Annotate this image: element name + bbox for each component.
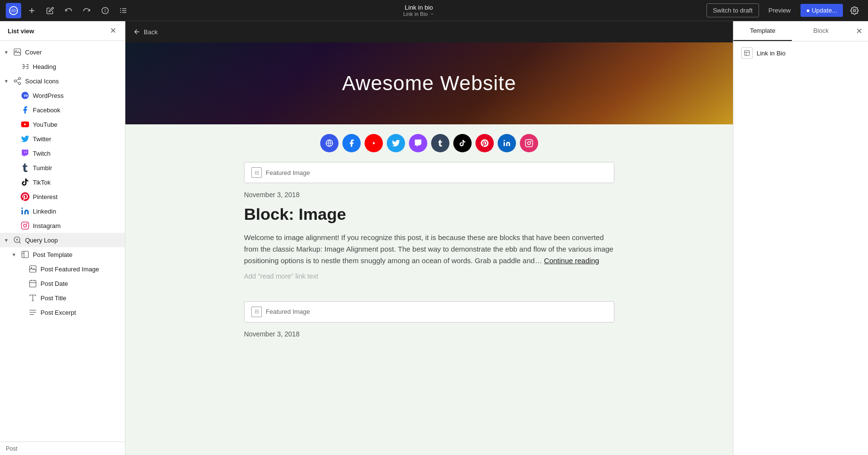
status-bar: Post xyxy=(0,442,125,455)
tree-item-query-loop[interactable]: ▼ Query Loop xyxy=(0,233,125,247)
svg-point-26 xyxy=(27,224,27,224)
tree-item-tiktok[interactable]: ▶ TikTok xyxy=(0,175,125,189)
social-icons-block-icon xyxy=(13,76,22,86)
tree-label-query-loop: Query Loop xyxy=(25,237,121,244)
tree-label-twitch: Twitch xyxy=(33,150,121,157)
social-wp[interactable] xyxy=(320,134,339,152)
social-yt[interactable] xyxy=(365,134,383,152)
preview-button[interactable]: Preview xyxy=(763,4,797,17)
tree-label-post-title: Post Title xyxy=(41,294,121,302)
featured-image-icon-2: ⊟ xyxy=(251,307,262,317)
social-tumblr[interactable] xyxy=(431,134,449,152)
tree-item-tumblr[interactable]: ▶ Tumblr xyxy=(0,161,125,175)
yt-social-icon xyxy=(20,120,30,129)
tree-item-youtube[interactable]: ▶ YouTube xyxy=(0,117,125,132)
social-tw[interactable] xyxy=(387,134,405,152)
undo-button[interactable] xyxy=(61,3,76,18)
tumblr-social-icon xyxy=(20,163,30,173)
breadcrumb-icon xyxy=(741,47,753,59)
panel-right: Template Block ✕ Link in Bio xyxy=(733,21,868,455)
tree-label-tumblr: Tumblr xyxy=(33,164,121,172)
page-subtitle[interactable]: Link in Bio xyxy=(403,11,434,17)
featured-image-1[interactable]: ⊟ Featured Image xyxy=(244,162,614,183)
social-instagram[interactable] xyxy=(520,134,538,152)
tree-item-twitch[interactable]: ▶ Twitch xyxy=(0,146,125,161)
settings-button[interactable] xyxy=(847,3,862,18)
post-title-1: Block: Image xyxy=(244,204,614,224)
tree-item-linkedin[interactable]: ▶ Linkedin xyxy=(0,204,125,218)
toolbar-left xyxy=(6,3,131,18)
tree-item-pinterest[interactable]: ▶ Pinterest xyxy=(0,189,125,204)
tree-item-instagram[interactable]: ▶ Instagram xyxy=(0,218,125,233)
svg-point-23 xyxy=(22,208,23,209)
pinterest-social-icon xyxy=(20,192,30,201)
tree-label-tiktok: TikTok xyxy=(33,179,121,186)
wp-social-icon xyxy=(20,91,30,100)
chevron-icon: ▼ xyxy=(4,79,10,84)
query-loop-icon xyxy=(13,235,22,245)
tiktok-social-icon xyxy=(20,177,30,187)
tree-item-post-template[interactable]: ▼ Post Template xyxy=(0,247,125,262)
back-button[interactable]: Back xyxy=(133,28,158,36)
post-title-icon xyxy=(28,293,38,303)
tree-label-pinterest: Pinterest xyxy=(33,193,121,201)
top-toolbar: Link in bio Link in Bio Switch to draft … xyxy=(0,0,868,21)
featured-image-2[interactable]: ⊟ Featured Image xyxy=(244,301,614,322)
svg-point-42 xyxy=(503,140,505,141)
tree-item-social-icons[interactable]: ▼ Social Icons xyxy=(0,74,125,88)
twitch-social-icon xyxy=(20,148,30,158)
svg-rect-43 xyxy=(526,140,533,147)
panel-tabs: Template Block ✕ xyxy=(733,21,868,41)
tree-item-wordpress[interactable]: ▶ WordPress xyxy=(0,88,125,103)
svg-rect-31 xyxy=(29,281,36,287)
canvas-area: Back Awesome Website xyxy=(125,21,733,455)
wp-logo[interactable] xyxy=(6,3,21,18)
tree-label-post-excerpt: Post Excerpt xyxy=(41,309,121,316)
tree-item-post-excerpt[interactable]: ▶ Post Excerpt xyxy=(0,305,125,320)
sidebar-header: List view ✕ xyxy=(0,21,125,41)
tree-label-post-featured-image: Post Featured Image xyxy=(41,266,121,273)
social-linkedin[interactable] xyxy=(498,134,516,152)
post-card-1: ⊟ Featured Image November 3, 2018 Block:… xyxy=(236,162,622,301)
page-title: Link in bio xyxy=(405,4,433,11)
sidebar-tree: ▼ Cover ▶ Heading ▼ Social Icon xyxy=(0,41,125,442)
social-twitch[interactable] xyxy=(409,134,427,152)
featured-image-label-1: Featured Image xyxy=(266,169,310,176)
tree-item-cover[interactable]: ▼ Cover xyxy=(0,45,125,59)
tree-item-post-date[interactable]: ▶ Post Date xyxy=(0,276,125,291)
tree-item-post-title[interactable]: ▶ Post Title xyxy=(0,291,125,305)
svg-point-17 xyxy=(18,82,21,85)
tree-item-post-featured-image[interactable]: ▶ Post Featured Image xyxy=(0,262,125,276)
sidebar-title: List view xyxy=(8,27,34,35)
tree-label-instagram: Instagram xyxy=(33,222,121,229)
social-fb[interactable] xyxy=(342,134,361,152)
tree-item-twitter[interactable]: ▶ Twitter xyxy=(0,132,125,146)
svg-point-16 xyxy=(14,80,16,82)
edit-button[interactable] xyxy=(42,3,58,18)
social-icons-row xyxy=(125,124,733,162)
featured-image-label-2: Featured Image xyxy=(266,308,310,315)
post-date-1: November 3, 2018 xyxy=(244,191,614,199)
add-block-button[interactable] xyxy=(24,3,40,18)
continue-reading-link[interactable]: Continue reading xyxy=(544,256,599,265)
update-button[interactable]: ● Update... xyxy=(800,4,843,17)
social-pinterest[interactable] xyxy=(475,134,494,152)
panel-close-button[interactable]: ✕ xyxy=(850,23,868,40)
tab-block[interactable]: Block xyxy=(792,21,850,41)
post-featured-image-icon xyxy=(28,264,38,274)
tree-item-facebook[interactable]: ▶ Facebook xyxy=(0,103,125,117)
info-button[interactable] xyxy=(97,3,113,18)
social-tiktok[interactable] xyxy=(453,134,472,152)
svg-point-45 xyxy=(531,141,531,142)
switch-draft-button[interactable]: Switch to draft xyxy=(706,3,759,17)
tree-label-linkedin: Linkedin xyxy=(33,208,121,215)
read-more-placeholder[interactable]: Add "read more" link text xyxy=(244,272,614,280)
post-excerpt-icon xyxy=(28,308,38,317)
redo-button[interactable] xyxy=(79,3,95,18)
tab-template[interactable]: Template xyxy=(733,21,792,41)
list-view-button[interactable] xyxy=(116,3,131,18)
sidebar-close-button[interactable]: ✕ xyxy=(109,26,117,36)
tree-item-heading[interactable]: ▶ Heading xyxy=(0,59,125,74)
linkedin-social-icon xyxy=(20,206,30,216)
svg-marker-39 xyxy=(373,142,376,145)
